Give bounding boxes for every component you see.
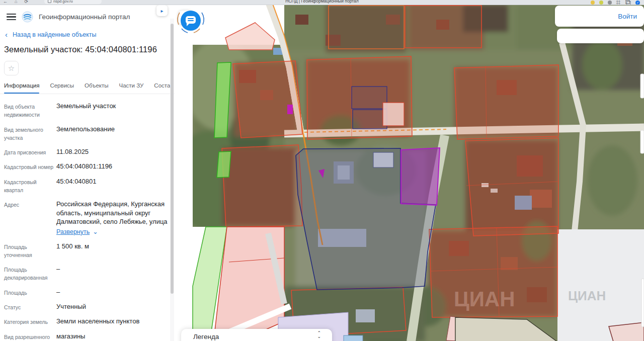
page-title: Земельный участок: 45:04:040801:1196 <box>4 45 171 54</box>
legend-panel[interactable]: Легенда ⌃ ⌄ <box>181 329 332 341</box>
field-row: Вид разрешенного использования магазины <box>4 332 170 341</box>
highlighted-parcel[interactable] <box>401 148 440 205</box>
chat-support-button[interactable] <box>175 5 207 37</box>
map-control-sliver[interactable] <box>640 130 644 153</box>
star-icon: ☆ <box>8 64 15 73</box>
expand-address-link[interactable]: Развернуть ⌄ <box>56 228 170 236</box>
tabs-scroll-right-button[interactable]: ▸ <box>156 5 168 16</box>
map-search-panel[interactable] <box>557 29 644 43</box>
profile-badge-icon[interactable]: ✓ <box>635 1 640 5</box>
field-row: Вид земельного участка Землепользование <box>4 125 170 142</box>
hamburger-menu-icon[interactable] <box>7 14 16 20</box>
field-row: Вид объекта недвижимости Земельный участ… <box>4 102 170 119</box>
field-row: Площадь уточненная 1 500 кв. м <box>4 242 170 260</box>
favorite-button[interactable]: ☆ <box>4 61 19 75</box>
object-info-sidebar: Геоинформационный портал ‹ Назад в найде… <box>0 5 175 341</box>
extension-icon[interactable] <box>591 1 595 5</box>
map-topright-panel: Войти <box>555 6 644 27</box>
browser-tab-title: НСПД | Геоинформационный портал <box>0 0 644 4</box>
back-chevron-icon: ‹ <box>5 32 8 37</box>
browser-bar: ← ⌂ ⟳ nspd.gov.ru НСПД | Геоинформационн… <box>0 0 644 5</box>
field-row: Площадь декларированная – <box>4 265 170 282</box>
chevron-right-icon: ▸ <box>160 8 163 14</box>
field-row-address: Адрес Российская Федерация, Курганская о… <box>4 200 170 236</box>
back-to-results-link[interactable]: ‹ Назад в найденные объекты <box>5 31 175 38</box>
map-canvas[interactable]: ЦИАН <box>175 5 644 341</box>
sidebar-scrollbar[interactable] <box>170 19 174 341</box>
login-link[interactable]: Войти <box>618 13 637 20</box>
field-row: Площадь – <box>4 288 170 297</box>
browser-menu-icon[interactable]: ⧉ <box>625 0 631 5</box>
map-control-sliver[interactable] <box>641 279 644 327</box>
scrollbar-thumb[interactable] <box>171 24 174 294</box>
chevron-down-icon: ⌄ <box>317 335 321 338</box>
tab-parcel-parts[interactable]: Части ЗУ <box>119 81 144 94</box>
map-control-sliver[interactable] <box>640 74 644 98</box>
tab-bar: Информация Сервисы Объекты Части ЗУ Сост… <box>0 81 175 94</box>
tab-services[interactable]: Сервисы <box>50 81 74 94</box>
field-row: Кадастровый номер 45:04:040801:1196 <box>4 162 170 171</box>
extension-icon[interactable] <box>599 1 603 5</box>
field-row: Дата присвоения 11.08.2025 <box>4 147 170 156</box>
tab-information[interactable]: Информация <box>4 81 39 94</box>
tab-objects[interactable]: Объекты <box>85 81 108 94</box>
attribute-list: Вид объекта недвижимости Земельный участ… <box>0 94 175 341</box>
chevron-down-icon: ⌄ <box>93 228 98 236</box>
field-row: Категория земель Земли населенных пункто… <box>4 317 170 326</box>
app-title: Геоинформационный портал <box>39 13 130 21</box>
extension-icon[interactable] <box>608 1 612 5</box>
field-row: Статус Учтенный <box>4 302 170 311</box>
legend-collapse-control[interactable]: ⌃ ⌄ <box>317 331 321 338</box>
back-link-label: Назад в найденные объекты <box>13 31 96 38</box>
app-logo-icon <box>22 11 33 23</box>
legend-title: Легенда <box>193 333 219 340</box>
extensions-puzzle-icon[interactable]: ⌗ <box>616 0 621 5</box>
field-row: Кадастровый квартал 45:04:040801 <box>4 177 170 195</box>
